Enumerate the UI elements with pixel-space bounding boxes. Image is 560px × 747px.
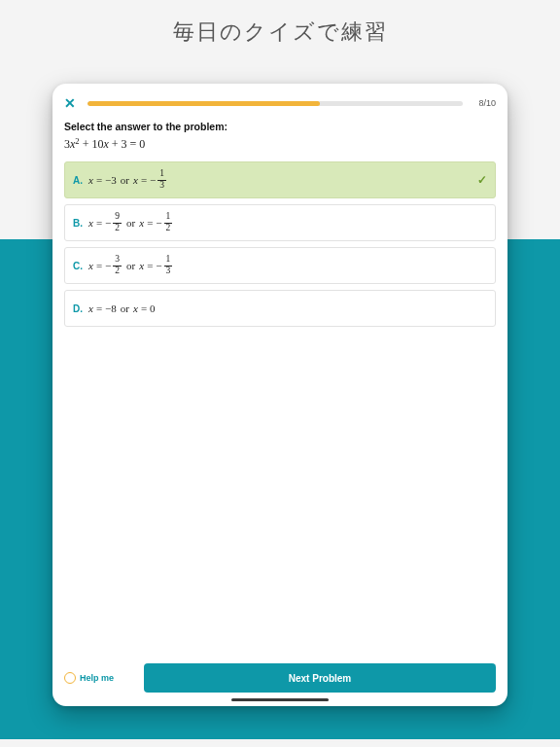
quiz-content: Select the answer to the problem: 3x2 + … [52, 115, 508, 656]
option-letter: A. [73, 175, 88, 186]
option-expression: x=−8orx=0 [88, 302, 156, 314]
bottom-bar: Help me Next Problem [52, 656, 508, 698]
stage: ✕ 8/10 Select the answer to the problem:… [0, 54, 560, 739]
help-button[interactable]: Help me [64, 672, 132, 684]
answer-option[interactable]: D.x=−8orx=0 [64, 290, 496, 327]
next-problem-button[interactable]: Next Problem [144, 663, 496, 693]
help-label: Help me [80, 673, 114, 683]
answer-option[interactable]: B.x=−92orx=−12 [64, 204, 496, 241]
lightbulb-icon [64, 672, 76, 684]
option-expression: x=−3orx=−13 [88, 169, 167, 191]
option-letter: B. [73, 218, 88, 229]
option-letter: D. [73, 303, 88, 314]
option-expression: x=−32orx=−13 [88, 255, 173, 276]
check-icon: ✓ [477, 173, 487, 187]
question-prompt: Select the answer to the problem: [64, 121, 496, 132]
options-list: A.x=−3orx=−13✓B.x=−92orx=−12C.x=−32orx=−… [64, 161, 496, 327]
option-letter: C. [73, 261, 88, 271]
top-bar: ✕ 8/10 [52, 84, 508, 115]
question-equation: 3x2 + 10x + 3 = 0 [64, 136, 496, 152]
progress-label: 8/10 [472, 98, 496, 108]
answer-option[interactable]: A.x=−3orx=−13✓ [64, 161, 496, 198]
answer-option[interactable]: C.x=−32orx=−13 [64, 247, 496, 284]
page-heading: 毎日のクイズで練習 [0, 18, 560, 47]
progress-bar [88, 101, 463, 106]
option-expression: x=−92orx=−12 [88, 212, 173, 233]
home-indicator [231, 698, 329, 701]
device-frame: ✕ 8/10 Select the answer to the problem:… [52, 84, 508, 706]
progress-fill [88, 101, 320, 106]
close-icon[interactable]: ✕ [64, 95, 78, 111]
